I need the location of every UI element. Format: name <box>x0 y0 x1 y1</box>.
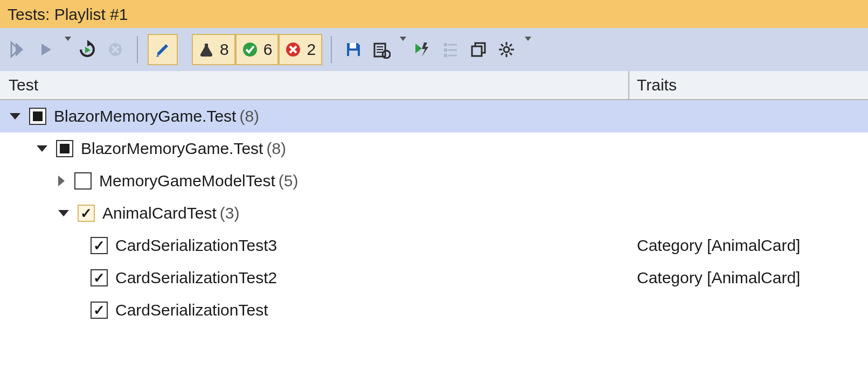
x-circle-icon <box>285 41 301 58</box>
node-label: CardSerializationTest3 <box>115 236 277 255</box>
hierarchy-icon[interactable] <box>439 38 462 61</box>
total-count: 8 <box>220 40 229 59</box>
pencil-icon <box>154 41 171 58</box>
checkbox-checked[interactable] <box>91 269 108 286</box>
node-count: (8) <box>239 107 259 125</box>
svg-marker-21 <box>415 44 422 53</box>
flask-icon <box>198 41 214 58</box>
svg-rect-29 <box>472 46 482 56</box>
total-tests-button[interactable]: 8 <box>192 34 235 65</box>
gear-icon[interactable] <box>495 38 518 61</box>
tree-node-namespace[interactable]: BlazorMemoryGame.Test (8) <box>0 132 868 165</box>
playlist-dropdown[interactable] <box>398 41 406 58</box>
checkbox-indeterminate[interactable] <box>56 140 73 157</box>
svg-point-20 <box>383 51 390 58</box>
tree-node-fixture[interactable]: AnimalCardTest (3) <box>0 197 868 229</box>
svg-marker-4 <box>85 47 91 53</box>
repeat-run-icon[interactable] <box>75 38 99 61</box>
svg-marker-9 <box>156 55 159 57</box>
checkbox-checked[interactable] <box>91 237 108 254</box>
windows-icon[interactable] <box>467 38 490 61</box>
column-header-test[interactable]: Test <box>0 71 629 99</box>
edit-playlist-button[interactable] <box>148 34 178 65</box>
tree-node-fixture[interactable]: MemoryGameModelTest (5) <box>0 165 868 197</box>
trait-text: Category [AnimalCard] <box>637 269 800 287</box>
node-label: BlazorMemoryGame.Test <box>54 107 236 125</box>
svg-point-30 <box>504 47 509 52</box>
settings-dropdown[interactable] <box>523 41 531 58</box>
node-label: CardSerializationTest2 <box>115 269 277 287</box>
node-label: AnimalCardTest <box>102 204 217 222</box>
window-title: Tests: Playlist #1 <box>0 0 868 28</box>
svg-marker-2 <box>41 44 51 55</box>
svg-line-35 <box>501 44 503 46</box>
failed-tests-button[interactable]: 2 <box>279 34 322 65</box>
svg-rect-14 <box>350 43 356 48</box>
test-tree: BlazorMemoryGame.Test (8) BlazorMemoryGa… <box>0 100 868 326</box>
svg-marker-8 <box>157 44 168 55</box>
node-count: (5) <box>279 172 298 190</box>
tree-node-test[interactable]: CardSerializationTest3 Category [AnimalC… <box>0 229 868 262</box>
node-count: (8) <box>266 139 286 158</box>
svg-rect-22 <box>444 43 447 46</box>
stop-icon[interactable] <box>103 38 127 61</box>
svg-marker-1 <box>16 43 23 57</box>
node-label: BlazorMemoryGame.Test <box>81 139 263 158</box>
checkbox-checked[interactable] <box>78 205 95 222</box>
title-text: Tests: Playlist #1 <box>8 5 128 23</box>
trait-text: Category [AnimalCard] <box>637 236 800 255</box>
toolbar: 8 6 2 <box>0 28 868 71</box>
passed-tests-button[interactable]: 6 <box>235 34 279 65</box>
checkbox-unchecked[interactable] <box>74 172 92 190</box>
svg-rect-15 <box>349 51 358 56</box>
expander-icon[interactable] <box>58 176 65 186</box>
toolbar-separator <box>331 36 332 63</box>
run-fast-icon[interactable] <box>411 38 434 61</box>
node-label: MemoryGameModelTest <box>99 172 275 190</box>
passed-count: 6 <box>263 40 273 59</box>
run-all-icon[interactable] <box>6 38 30 61</box>
test-counts: 8 6 2 <box>192 34 321 65</box>
failed-count: 2 <box>307 40 316 59</box>
svg-line-38 <box>501 53 503 55</box>
check-circle-icon <box>242 41 258 58</box>
tree-node-test[interactable]: CardSerializationTest2 Category [AnimalC… <box>0 262 868 294</box>
svg-rect-24 <box>444 54 447 57</box>
checkbox-indeterminate[interactable] <box>29 108 46 125</box>
expander-icon[interactable] <box>37 145 47 152</box>
column-header-traits[interactable]: Traits <box>629 71 868 99</box>
checkbox-checked[interactable] <box>91 302 108 319</box>
toolbar-separator <box>137 36 138 63</box>
playlist-icon[interactable] <box>370 38 393 61</box>
svg-rect-23 <box>444 48 447 52</box>
run-dropdown[interactable] <box>63 41 71 58</box>
svg-line-37 <box>510 44 512 46</box>
expander-icon[interactable] <box>58 210 69 216</box>
column-headers: Test Traits <box>0 71 868 100</box>
svg-line-36 <box>510 53 512 55</box>
node-label: CardSerializationTest <box>115 301 268 319</box>
node-count: (3) <box>220 204 240 222</box>
tree-node-assembly[interactable]: BlazorMemoryGame.Test (8) <box>0 100 868 132</box>
save-icon[interactable] <box>342 38 365 61</box>
expander-icon[interactable] <box>10 113 20 120</box>
tree-node-test[interactable]: CardSerializationTest <box>0 294 868 326</box>
run-icon[interactable] <box>34 38 58 61</box>
